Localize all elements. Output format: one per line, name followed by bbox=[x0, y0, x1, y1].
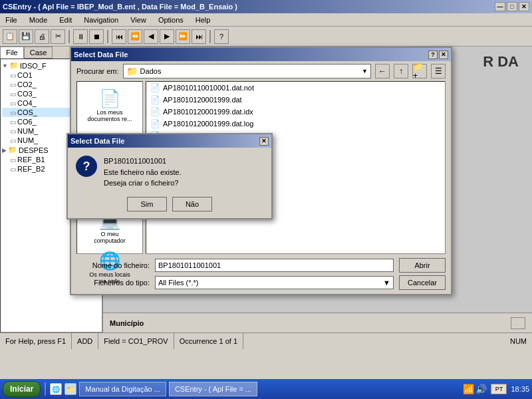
confirm-dialog-title: Select Data File bbox=[70, 137, 124, 145]
start-button[interactable]: Iniciar bbox=[3, 381, 41, 397]
toolbar-btn-4[interactable]: ✂ bbox=[51, 29, 65, 44]
toolbar-btn-2[interactable]: 💾 bbox=[19, 29, 33, 44]
confirm-dialog: Select Data File ✕ ? BP1801011001001 Est… bbox=[66, 133, 273, 219]
file-icon-0: 📄 bbox=[150, 83, 160, 92]
open-button[interactable]: Abrir bbox=[399, 258, 446, 273]
municipio-label: Município bbox=[110, 319, 144, 327]
menu-file[interactable]: File bbox=[3, 15, 20, 25]
cancel-button[interactable]: Cancelar bbox=[399, 275, 446, 290]
nav-back-btn[interactable]: ← bbox=[375, 64, 390, 78]
look-in-combo[interactable]: 📁 Dados ▼ bbox=[123, 64, 371, 78]
filetype-combo[interactable]: All Files (*.*) ▼ bbox=[155, 276, 394, 289]
status-add: ADD bbox=[72, 333, 98, 349]
menu-navigation[interactable]: Navigation bbox=[81, 15, 121, 25]
confirm-buttons: Sim Não bbox=[68, 197, 271, 218]
nav-view-btn[interactable]: ☰ bbox=[431, 64, 446, 78]
file-icon-2: 📄 bbox=[150, 107, 160, 116]
menu-bar: File Mode Edit Navigation View Options H… bbox=[0, 13, 532, 27]
minimize-button[interactable]: — bbox=[495, 2, 505, 11]
file-icon-3: ▭ bbox=[10, 90, 16, 98]
status-field: Field = CO1_PROV bbox=[98, 333, 174, 349]
menu-options[interactable]: Options bbox=[156, 15, 186, 25]
toolbar-prev[interactable]: ◀ bbox=[144, 29, 158, 44]
toolbar-last[interactable]: ⏭ bbox=[192, 29, 206, 44]
toolbar-next2[interactable]: ⏩ bbox=[176, 29, 190, 44]
shortcut-my-docs-recent[interactable]: 📄 Los meus documentos re... bbox=[80, 87, 140, 124]
close-button[interactable]: ✕ bbox=[519, 2, 529, 11]
filename-label: Nome do ficheiro: bbox=[76, 261, 150, 269]
language-flag: PT bbox=[491, 384, 507, 394]
toolbar-help[interactable]: ? bbox=[214, 29, 229, 44]
nav-new-folder-btn[interactable]: 📁+ bbox=[412, 64, 427, 78]
no-button[interactable]: Não bbox=[172, 197, 212, 211]
filetype-label: Ficheiros do tipo: bbox=[76, 279, 150, 287]
nav-up-btn[interactable]: ↑ bbox=[394, 64, 408, 78]
file-icon-3: 📄 bbox=[150, 119, 160, 128]
file-item-1[interactable]: 📄 AP18010120001999.dat bbox=[146, 94, 445, 106]
confirm-title-bar: Select Data File ✕ bbox=[68, 134, 271, 148]
tab-case[interactable]: Case bbox=[24, 47, 53, 59]
speaker-icon: 🔊 bbox=[475, 384, 487, 394]
taskbar-icon-folder[interactable]: 📁 bbox=[65, 383, 76, 395]
toolbar-stop[interactable]: ⏹ bbox=[89, 29, 104, 44]
confirm-close-button[interactable]: ✕ bbox=[259, 137, 269, 146]
toolbar-pause[interactable]: ⏸ bbox=[73, 29, 88, 44]
toolbar-btn-3[interactable]: 🖨 bbox=[35, 29, 49, 44]
confirm-line1: Este ficheiro não existe. bbox=[104, 167, 182, 178]
title-bar: CSEntry - ( Apl File = IBEP_Mod_B.ent , … bbox=[0, 0, 532, 13]
municipio-box bbox=[511, 317, 525, 329]
toolbar: 📋 💾 🖨 ✂ ⏸ ⏹ ⏮ ⏪ ◀ ▶ ⏩ ⏭ ? bbox=[0, 27, 532, 47]
taskbar-manual[interactable]: Manual da Digitação ... bbox=[79, 382, 166, 396]
file-icon-1: 📄 bbox=[150, 95, 160, 104]
tab-file[interactable]: File bbox=[0, 47, 24, 59]
taskbar-icon-ie[interactable]: 🌐 bbox=[50, 383, 62, 395]
toolbar-next[interactable]: ▶ bbox=[160, 29, 174, 44]
clock: 18:35 bbox=[511, 385, 529, 393]
menu-edit[interactable]: Edit bbox=[57, 15, 74, 25]
status-num: NUM bbox=[505, 333, 532, 349]
taskbar: Iniciar 🌐 📁 Manual da Digitação ... CSEn… bbox=[0, 379, 532, 399]
file-item-3[interactable]: 📄 AP18010120001999.dat.log bbox=[146, 118, 445, 130]
toolbar-separator-2 bbox=[107, 30, 108, 43]
file-icon-2: ▭ bbox=[10, 81, 16, 88]
yes-button[interactable]: Sim bbox=[127, 197, 167, 211]
file-icon-5: ▭ bbox=[10, 109, 16, 116]
file-item-2[interactable]: 📄 AP18010120001999.dat.idx bbox=[146, 106, 445, 118]
network-icon: 📶 bbox=[463, 384, 474, 394]
folder-icon: 📁 bbox=[9, 61, 19, 70]
folder-icon: 📁 bbox=[126, 66, 138, 76]
taskbar-csentry[interactable]: CSEntry - ( Apl File = ... bbox=[169, 382, 257, 396]
file-icon-10: ▭ bbox=[10, 166, 16, 173]
filetype-row: Ficheiros do tipo: All Files (*.*) ▼ Can… bbox=[76, 275, 446, 290]
dialog-toolbar: Procurar em: 📁 Dados ▼ ← ↑ 📁+ ☰ bbox=[71, 61, 451, 81]
menu-help[interactable]: Help bbox=[193, 15, 213, 25]
status-bar: For Help, press F1 ADD Field = CO1_PROV … bbox=[0, 332, 532, 349]
file-icon-7: ▭ bbox=[10, 128, 16, 135]
toolbar-prev2[interactable]: ⏪ bbox=[128, 29, 142, 44]
toolbar-separator-1 bbox=[68, 30, 70, 43]
file-icon-8: ▭ bbox=[10, 137, 16, 144]
maximize-button[interactable]: □ bbox=[507, 2, 517, 11]
dialog-title: Select Data File bbox=[74, 51, 128, 59]
dialog-title-bar: Select Data File ? ✕ bbox=[71, 48, 451, 61]
confirm-title-buttons: ✕ bbox=[259, 137, 269, 146]
status-help: For Help, press F1 bbox=[0, 333, 72, 349]
menu-mode[interactable]: Mode bbox=[27, 15, 51, 25]
toolbar-separator-3 bbox=[209, 30, 211, 43]
menu-view[interactable]: View bbox=[128, 15, 149, 25]
filename-row: Nome do ficheiro: Abrir bbox=[76, 258, 446, 273]
confirm-dialog-body: ? BP1801011001001 Este ficheiro não exis… bbox=[68, 148, 271, 197]
dialog-close-button[interactable]: ✕ bbox=[439, 51, 448, 59]
file-item-0[interactable]: 📄 AP18010110010001.dat.not bbox=[146, 82, 445, 94]
file-icon-1: ▭ bbox=[10, 72, 16, 79]
taskbar-separator bbox=[45, 382, 46, 396]
file-icon-6: ▭ bbox=[10, 118, 16, 126]
status-occurrence: Occurrence 1 of 1 bbox=[174, 333, 243, 349]
toolbar-btn-1[interactable]: 📋 bbox=[3, 29, 17, 44]
ra-da-label: R DA bbox=[483, 53, 519, 70]
dialog-help-button[interactable]: ? bbox=[428, 51, 438, 59]
confirm-filename: BP1801011001001 bbox=[104, 156, 182, 167]
filename-input[interactable] bbox=[155, 259, 394, 272]
toolbar-first[interactable]: ⏮ bbox=[112, 29, 126, 44]
confirm-text: BP1801011001001 Este ficheiro não existe… bbox=[104, 156, 182, 189]
